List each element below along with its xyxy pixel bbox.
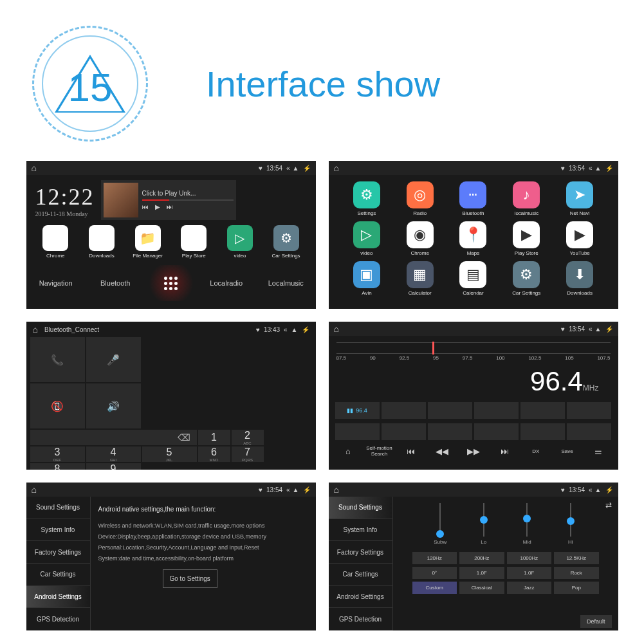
- side-car-settings[interactable]: Car Settings: [26, 564, 91, 586]
- default-button[interactable]: Default: [580, 615, 612, 628]
- app-video[interactable]: ▷video: [342, 221, 392, 256]
- prev-icon[interactable]: ⏮: [142, 203, 149, 210]
- eq-val[interactable]: 1.0F: [459, 567, 504, 579]
- app-calculator[interactable]: ▦Calculator: [394, 261, 445, 296]
- progress-bar[interactable]: [142, 199, 234, 201]
- eq-val[interactable]: Rock: [554, 567, 599, 579]
- frequency-scale[interactable]: 87.59092.59597.5100102.5105107.5: [329, 336, 618, 362]
- eq-freq[interactable]: 200Hz: [459, 552, 504, 564]
- eq-freq[interactable]: 120Hz: [412, 552, 457, 564]
- app-car-settings[interactable]: ⚙Car Settings: [268, 225, 305, 259]
- app-downloads[interactable]: ⬇Downloads: [555, 261, 605, 296]
- home-icon[interactable]: ⌂: [33, 324, 38, 335]
- home-icon[interactable]: ⌂: [32, 484, 37, 495]
- side-android-settings[interactable]: Android Settings: [329, 586, 393, 609]
- call-button[interactable]: 📞: [30, 337, 85, 382]
- key-6[interactable]: 6MNO: [198, 446, 230, 462]
- eq-preset-custom[interactable]: Custom: [412, 582, 457, 594]
- app-settings[interactable]: ⚙Settings: [342, 181, 392, 216]
- app-downloads[interactable]: ⬇Downloads: [83, 225, 120, 259]
- preset-9[interactable]: [428, 423, 472, 440]
- play-icon[interactable]: ▶: [155, 203, 160, 210]
- app-net-navi[interactable]: ➤Net Navi: [555, 181, 605, 216]
- side-gps-detection[interactable]: GPS Detection: [26, 608, 91, 630]
- app-localmusic[interactable]: ♪localmusic: [501, 181, 552, 216]
- side-sound-settings[interactable]: Sound Settings: [26, 497, 91, 519]
- home-icon[interactable]: ⌂: [334, 324, 339, 334]
- app-file-manager[interactable]: 📁File Manager: [129, 225, 167, 259]
- apps-button[interactable]: [145, 265, 197, 301]
- backspace-icon[interactable]: ⌫: [178, 432, 190, 443]
- preset-5[interactable]: [520, 402, 565, 419]
- side-sound-settings[interactable]: Sound Settings: [329, 497, 393, 519]
- save-button[interactable]: Save: [554, 448, 580, 454]
- rewind-button[interactable]: ◀◀: [429, 446, 455, 456]
- preset-11[interactable]: [520, 423, 565, 440]
- next-icon[interactable]: ⏭: [167, 203, 173, 210]
- preset-6[interactable]: [567, 402, 611, 419]
- app-maps[interactable]: 📍Maps: [448, 221, 499, 256]
- preset-4[interactable]: [474, 402, 519, 419]
- bluetooth-tab[interactable]: Bluetooth: [86, 270, 145, 296]
- home-icon[interactable]: ⌂: [32, 163, 37, 173]
- preset-10[interactable]: [474, 423, 519, 440]
- side-system-info[interactable]: System Info: [26, 519, 91, 542]
- eq-preset-pop[interactable]: Pop: [554, 582, 599, 594]
- preset-12[interactable]: [567, 423, 611, 440]
- eq-slider-subw[interactable]: Subw: [424, 503, 456, 551]
- eq-freq[interactable]: 1000Hz: [507, 552, 552, 564]
- app-car-settings[interactable]: ⚙Car Settings: [501, 261, 552, 296]
- eq-freq[interactable]: 12.5KHz: [554, 552, 599, 564]
- forward-button[interactable]: ▶▶: [460, 446, 486, 456]
- eq-val[interactable]: 0°: [412, 567, 457, 579]
- eq-preset-classical[interactable]: Classical: [459, 582, 504, 594]
- eq-slider-lo[interactable]: Lo: [468, 503, 500, 551]
- home-icon[interactable]: ⌂: [334, 484, 339, 495]
- preset-1[interactable]: ▮▮96.4: [335, 402, 380, 419]
- app-calendar[interactable]: ▤Calendar: [448, 261, 499, 296]
- preset-8[interactable]: [382, 423, 426, 440]
- key-5[interactable]: 5JKL: [142, 446, 197, 462]
- slider-icon[interactable]: ⚌: [585, 446, 612, 456]
- home-icon[interactable]: ⌂: [334, 163, 339, 173]
- key-2[interactable]: 2ABC: [232, 430, 264, 445]
- radio-home[interactable]: ⌂: [335, 446, 362, 456]
- next-button[interactable]: ⏭: [492, 446, 518, 456]
- app-play-store[interactable]: ▶Play Store: [175, 225, 212, 259]
- preset-2[interactable]: [382, 402, 426, 419]
- side-gps-detection[interactable]: GPS Detection: [329, 608, 393, 630]
- side-system-info[interactable]: System Info: [329, 519, 393, 542]
- eq-slider-mid[interactable]: Mid: [511, 503, 543, 551]
- voice-button[interactable]: 🔊: [86, 383, 141, 428]
- eq-val[interactable]: 1.0F: [507, 567, 552, 579]
- radio-tab[interactable]: Localradio: [197, 270, 257, 296]
- app-radio[interactable]: ◎Radio: [394, 181, 445, 216]
- side-android-settings[interactable]: Android Settings: [26, 586, 91, 609]
- nav-tab[interactable]: Navigation: [26, 270, 86, 296]
- search-button[interactable]: Self-motion Search: [366, 445, 392, 457]
- key-9[interactable]: 9WXYZ: [86, 463, 141, 470]
- app-chrome[interactable]: ◉Chrome: [37, 225, 74, 259]
- mic-button[interactable]: 🎤: [86, 337, 141, 382]
- key-4[interactable]: 4GHI: [86, 446, 141, 462]
- key-8[interactable]: 8TUV: [30, 463, 85, 470]
- media-widget[interactable]: Click to Play Unk... ⏮ ▶ ⏭: [101, 180, 236, 220]
- app-video[interactable]: ▷video: [221, 225, 259, 259]
- go-settings-button[interactable]: Go to Settings: [163, 569, 217, 588]
- app-youtube[interactable]: ▶YouTube: [555, 221, 605, 256]
- key-3[interactable]: 3DEF: [30, 446, 85, 462]
- dx-button[interactable]: DX: [523, 448, 549, 454]
- key-1[interactable]: 1: [198, 430, 230, 445]
- app-bluetooth[interactable]: ⵈBluetooth: [448, 181, 499, 216]
- eq-slider-hi[interactable]: Hi: [555, 503, 587, 551]
- hangup-button[interactable]: 📵: [30, 383, 85, 428]
- swap-icon[interactable]: ⇄: [605, 501, 612, 510]
- app-chrome[interactable]: ◉Chrome: [394, 221, 445, 256]
- side-factory-settings[interactable]: Factory Settings: [26, 541, 91, 564]
- music-tab[interactable]: Localmusic: [256, 270, 316, 296]
- side-factory-settings[interactable]: Factory Settings: [329, 541, 393, 564]
- key-7[interactable]: 7PQRS: [232, 446, 264, 462]
- app-avin[interactable]: ▣Avin: [342, 261, 392, 296]
- app-play-store[interactable]: ▶Play Store: [501, 221, 552, 256]
- preset-3[interactable]: [428, 402, 472, 419]
